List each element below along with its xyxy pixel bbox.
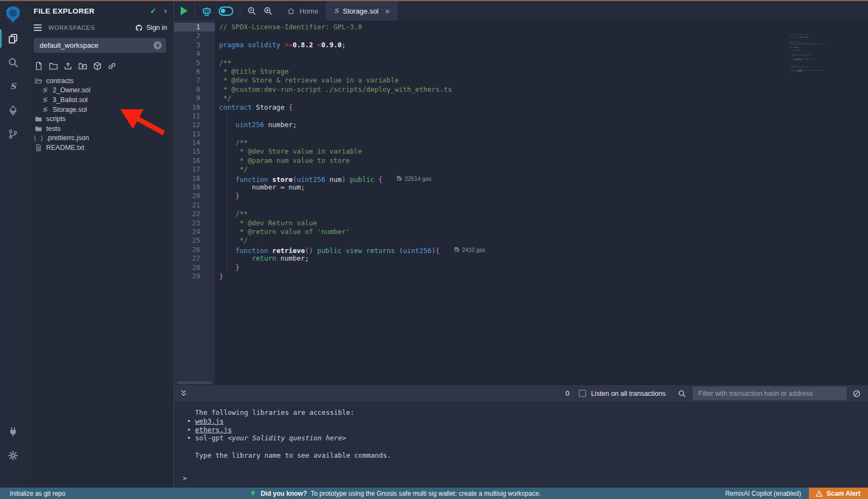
file-explorer-panel: FILE EXPLORER ✓ › WORKSPACES Sign in def… (26, 1, 174, 488)
tree-item-readme-txt[interactable]: README.txt (26, 143, 174, 153)
github-icon (135, 24, 143, 32)
file-actions-toolbar (26, 58, 174, 74)
pages-icon (8, 33, 18, 44)
solidity-file-icon: S (41, 96, 49, 104)
cube-icon[interactable] (93, 61, 102, 71)
tab-storage-sol[interactable]: S Storage.sol × (327, 1, 398, 21)
solidity-file-icon: S (41, 86, 49, 94)
git-branch-icon (8, 129, 18, 140)
rail-item-solidity-compiler[interactable]: S (0, 79, 26, 93)
plug-icon (8, 426, 18, 437)
code-line-27: 27 return number; (174, 254, 486, 263)
gear-icon (8, 450, 18, 461)
tree-item-3-ballot-sol[interactable]: S3_Ballot.sol (26, 95, 174, 105)
upload-file-icon[interactable] (63, 61, 73, 71)
folder-icon (34, 115, 42, 123)
workspace-select[interactable]: default_workspace (34, 38, 166, 53)
line-number: 26 (174, 245, 215, 254)
line-number: 23 (174, 219, 215, 228)
terminal-output: The following libraries are accessible: … (174, 402, 868, 488)
library-link[interactable]: web3.js (195, 417, 224, 425)
tree-item-label: 3_Ballot.sol (53, 96, 88, 104)
select-arrows-icon (154, 41, 162, 49)
rail-item-plugin-manager[interactable] (0, 425, 26, 439)
double-chevron-down-icon[interactable] (180, 389, 188, 397)
copilot-robot-icon[interactable] (201, 5, 212, 16)
search-icon (8, 57, 18, 68)
line-number: 11 (174, 112, 215, 121)
tree-item-scripts[interactable]: scripts (26, 114, 174, 124)
tip-prefix: Did you know? (260, 490, 307, 497)
remix-ide-window: S FILE EXPLORER ✓ › WORKSPACES Sign in d… (0, 0, 868, 499)
tab-home[interactable]: Home (279, 1, 326, 21)
tree-item-contracts[interactable]: contracts (26, 76, 174, 86)
code-line-15: 15 * @dev Store value in variable (174, 147, 486, 156)
terminal-line: The following libraries are accessible: (183, 408, 868, 417)
upload-folder-icon[interactable] (78, 61, 87, 71)
rail-item-search[interactable] (0, 55, 26, 70)
code-line-6: 6 * @title Storage (174, 67, 486, 76)
scam-alert-button[interactable]: Scam Alert (809, 488, 868, 499)
line-number: 20 (174, 192, 215, 200)
rail-item-file-explorer[interactable] (0, 31, 26, 46)
sign-in-label: Sign in (146, 24, 167, 31)
rail-item-git[interactable] (0, 127, 26, 141)
terminal-line (183, 443, 868, 451)
link-icon[interactable] (107, 61, 117, 71)
code-editor[interactable]: 1// SPDX-License-Identifier: GPL-3.023pr… (174, 21, 868, 384)
tip-text: To prototype using the Gnosis safe multi… (311, 490, 541, 497)
run-script-button[interactable] (181, 7, 188, 15)
line-number: 10 (174, 103, 215, 112)
code-line-1: 1// SPDX-License-Identifier: GPL-3.0 (174, 23, 486, 31)
editor-minimap[interactable]: // SPDX-License-Identifier: GPL-3.0pragm… (788, 34, 840, 79)
listen-transactions-label: Listen on all transactions (591, 390, 666, 397)
ban-icon[interactable] (852, 389, 861, 398)
tree-item--prettierrc-json[interactable]: { }.prettierrc.json (26, 134, 174, 143)
terminal-prompt: > (183, 474, 868, 483)
chevron-right-icon[interactable]: › (164, 8, 167, 14)
code-lines: 1// SPDX-License-Identifier: GPL-3.023pr… (174, 23, 486, 281)
listen-transactions-checkbox[interactable] (579, 390, 586, 397)
tree-item-2-owner-sol[interactable]: S2_Owner.sol (26, 86, 174, 96)
workspace-menu-icon[interactable] (34, 23, 42, 33)
indent-guide (227, 112, 227, 273)
line-number: 27 (174, 254, 215, 263)
init-git-repo-button[interactable]: Initialize as git repo (10, 490, 66, 497)
line-number: 13 (174, 130, 215, 138)
zoom-out-icon[interactable] (247, 6, 257, 16)
copilot-status[interactable]: RemixAI Copilot (enabled) (725, 490, 801, 497)
zoom-in-icon[interactable] (263, 6, 273, 16)
code-line-5: 5/** (174, 59, 486, 67)
close-tab-icon[interactable]: × (385, 7, 390, 16)
code-line-28: 28 } (174, 263, 486, 272)
code-line-2: 2 (174, 31, 486, 40)
tree-item-tests[interactable]: tests (26, 124, 174, 134)
main-area: Home S Storage.sol × 1// SPDX-License-Id… (174, 1, 868, 488)
line-number: 18 (174, 174, 215, 183)
search-icon[interactable] (678, 389, 686, 398)
code-line-11: 11 (174, 112, 486, 121)
code-line-25: 25 */ (174, 236, 486, 245)
code-line-24: 24 * @return value of 'number' (174, 228, 486, 236)
library-link[interactable]: ethers.js (195, 426, 232, 434)
rail-item-deploy-and-run[interactable] (0, 103, 26, 117)
sign-in-button[interactable]: Sign in (135, 24, 167, 32)
code-line-29: 29} (174, 272, 486, 281)
code-line-21: 21 (174, 201, 486, 210)
ethereum-icon (8, 105, 18, 116)
home-icon (287, 7, 295, 15)
line-number: 19 (174, 183, 215, 192)
code-line-13: 13 (174, 130, 486, 138)
new-file-icon[interactable] (34, 61, 43, 71)
tree-item-label: .prettierrc.json (46, 134, 89, 142)
code-line-3: 3pragma solidity >=0.8.2 <0.9.0; (174, 41, 486, 49)
code-line-18: 18 function store(uint256 num) public {2… (174, 174, 486, 183)
transaction-filter-input[interactable] (693, 387, 847, 400)
rail-item-settings[interactable] (0, 449, 26, 463)
copilot-toggle[interactable] (219, 7, 233, 16)
terminal-header: 0 Listen on all transactions (174, 384, 868, 402)
new-folder-icon[interactable] (49, 61, 58, 71)
tree-item-storage-sol[interactable]: SStorage.sol (26, 105, 174, 115)
remix-logo-icon[interactable] (3, 4, 23, 24)
code-line-9: 9 */ (174, 94, 486, 103)
